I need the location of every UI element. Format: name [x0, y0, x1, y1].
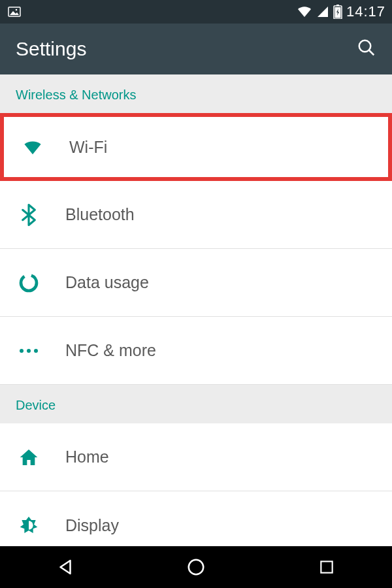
settings-item-bluetooth[interactable]: Bluetooth	[0, 181, 392, 249]
data-usage-icon	[16, 272, 42, 293]
settings-item-data-usage[interactable]: Data usage	[0, 249, 392, 317]
settings-item-label: Home	[65, 448, 109, 466]
settings-item-wifi[interactable]: Wi-Fi	[0, 113, 392, 181]
settings-item-label: Wi-Fi	[69, 138, 107, 157]
settings-item-display[interactable]: Display	[0, 491, 392, 546]
search-button[interactable]	[357, 38, 376, 60]
signal-icon	[316, 5, 329, 18]
home-icon	[16, 448, 42, 467]
settings-item-nfc-more[interactable]: NFC & more	[0, 317, 392, 385]
nav-bar	[0, 546, 392, 588]
svg-point-9	[27, 349, 31, 353]
settings-item-home[interactable]: Home	[0, 423, 392, 491]
svg-rect-12	[321, 561, 332, 572]
recent-apps-button[interactable]	[301, 546, 353, 588]
svg-point-7	[21, 275, 37, 291]
settings-item-label: Display	[65, 516, 119, 535]
svg-line-6	[369, 50, 374, 56]
status-bar: 14:17	[0, 0, 392, 24]
back-button[interactable]	[39, 546, 91, 588]
svg-point-5	[359, 41, 371, 52]
settings-item-label: Bluetooth	[65, 205, 135, 224]
svg-point-1	[16, 9, 18, 11]
wifi-status-icon	[297, 5, 312, 18]
section-header-device: Device	[0, 385, 392, 423]
toolbar: Settings	[0, 24, 392, 74]
page-title: Settings	[16, 38, 86, 60]
home-button[interactable]	[170, 546, 222, 588]
svg-point-10	[34, 349, 38, 353]
picture-icon	[7, 4, 22, 20]
svg-point-8	[20, 349, 24, 353]
settings-item-label: Data usage	[65, 273, 149, 292]
settings-list: Wireless & Networks Wi-Fi Bluetooth	[0, 74, 392, 546]
section-header-wireless: Wireless & Networks	[0, 74, 392, 113]
battery-charging-icon	[333, 5, 342, 19]
settings-item-label: NFC & more	[65, 341, 156, 360]
svg-point-11	[189, 560, 204, 575]
display-icon	[16, 515, 42, 536]
wifi-icon	[20, 138, 46, 156]
clock: 14:17	[346, 3, 385, 20]
more-icon	[16, 348, 42, 354]
bluetooth-icon	[16, 204, 42, 226]
svg-rect-3	[336, 5, 339, 6]
